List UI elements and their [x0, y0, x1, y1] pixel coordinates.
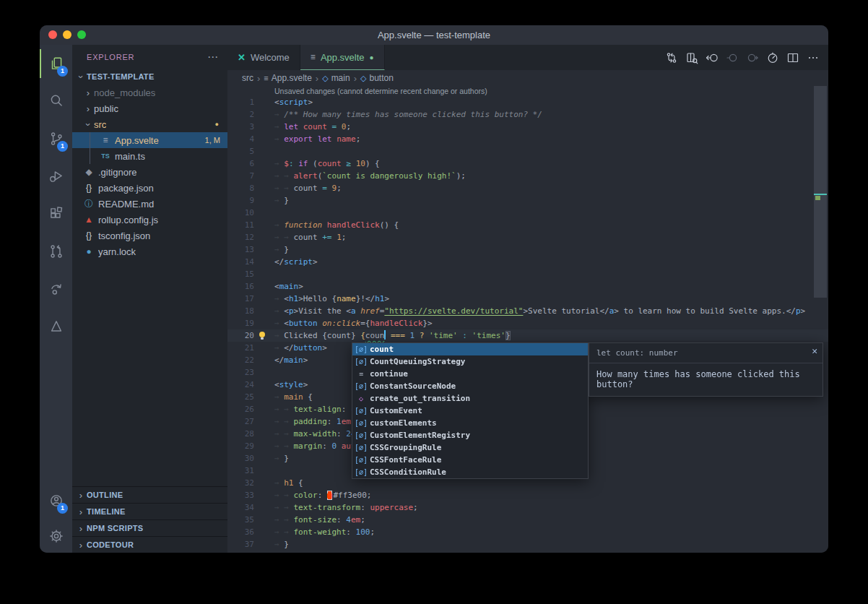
suggestion-create_out_transition[interactable]: ◇create_out_transition [352, 392, 588, 405]
zoom-window-button[interactable] [77, 30, 86, 39]
tree-item--gitignore[interactable]: ◆.gitignore [72, 164, 227, 180]
suggestion-count[interactable]: [∅]count [352, 343, 588, 355]
code-line-10[interactable]: 10 [227, 207, 828, 219]
open-changes-icon[interactable] [682, 48, 701, 67]
code-line-16[interactable]: 16<main> [227, 280, 828, 293]
breadcrumb-src[interactable]: src [242, 73, 253, 83]
azure-icon[interactable] [40, 308, 72, 345]
gutter [254, 317, 274, 329]
tree-item-src[interactable]: ›src● [72, 116, 227, 132]
code-line-33[interactable]: 33→ → color: ■#ff3e00; [227, 489, 828, 501]
suggestion-continue[interactable]: ≡continue [352, 368, 588, 380]
suggestion-countqueuingstrategy[interactable]: [∅]CountQueuingStrategy [352, 355, 588, 368]
code-line-7[interactable]: 7→ → alert(`count is dangerously high!`)… [227, 170, 828, 182]
suggestion-constantsourcenode[interactable]: [∅]ConstantSourceNode [352, 380, 588, 392]
suggestion-customelements[interactable]: [∅]customElements [352, 417, 588, 429]
close-window-button[interactable] [48, 30, 57, 39]
line-content: → → count = 9; [274, 182, 828, 194]
code-line-11[interactable]: 11→ function handleClick() { [227, 219, 828, 231]
code-line-18[interactable]: 18→ <p>Visit the <a href="https://svelte… [227, 305, 828, 317]
project-root-row[interactable]: › TEST-TEMPLATE [72, 69, 227, 85]
navigate-next-icon[interactable] [743, 48, 762, 67]
code-line-19[interactable]: 19→ <button on:click={handleClick}> [227, 317, 828, 329]
code-line-2[interactable]: 2→ /** How many times has someone clicke… [227, 108, 828, 121]
line-number: 26 [227, 403, 254, 415]
tree-item-node-modules[interactable]: ›node_modules [72, 85, 227, 100]
code-line-6[interactable]: 6→ $: if (count ≥ 10) { [227, 158, 828, 170]
code-line-36[interactable]: 36→ → font-weight: 100; [227, 526, 828, 538]
code-line-13[interactable]: 13→ } [227, 243, 828, 256]
code-line-34[interactable]: 34→ → text-transform: uppercase; [227, 501, 828, 514]
line-number: 28 [227, 428, 254, 440]
code-line-14[interactable]: 14</script> [227, 256, 828, 268]
vertical-scrollbar[interactable] [814, 86, 827, 298]
code-line-9[interactable]: 9→ } [227, 194, 828, 207]
minimize-window-button[interactable] [63, 30, 71, 39]
tree-item-yarn-lock[interactable]: ●yarn.lock [72, 243, 227, 259]
code-editor[interactable]: Unsaved changes (cannot determine recent… [227, 86, 828, 553]
navigate-back-icon[interactable] [703, 48, 721, 67]
navigate-previous-icon[interactable] [723, 48, 742, 67]
run-and-debug-icon[interactable] [40, 158, 72, 195]
run-timer-icon[interactable] [763, 48, 782, 67]
accounts-icon[interactable]: 1 [40, 482, 72, 519]
chevron-down-icon[interactable]: › [83, 118, 94, 130]
tree-item-main-ts[interactable]: TSmain.ts [72, 148, 227, 164]
unsaved-dot-icon[interactable]: ● [370, 53, 374, 61]
code-line-15[interactable]: 15 [227, 268, 828, 280]
tree-item-app-svelte[interactable]: ≡App.svelte1, M [72, 132, 227, 148]
line-number: 36 [227, 526, 254, 538]
code-line-20[interactable]: 20→ Clicked {count} {coun === 1 ? 'time'… [227, 329, 828, 342]
suggestion-cssconditionrule[interactable]: [∅]CSSConditionRule [352, 466, 588, 478]
tree-item-tsconfig-json[interactable]: {}tsconfig.json [72, 228, 227, 243]
code-line-3[interactable]: 3→ let count = 0; [227, 121, 828, 133]
line-content: </script> [274, 256, 828, 268]
section-npm-scripts[interactable]: ›NPM SCRIPTS [72, 519, 227, 536]
breadcrumb-button[interactable]: ◇button [360, 73, 394, 83]
breadcrumb-main[interactable]: ◇main [322, 73, 350, 83]
code-line-37[interactable]: 37→ } [227, 538, 828, 551]
chevron-right-icon[interactable]: › [82, 87, 94, 98]
overview-modified-marker [815, 196, 820, 200]
source-control-icon[interactable]: 1 [40, 120, 72, 158]
suggestion-customelementregistry[interactable]: [∅]CustomElementRegistry [352, 429, 588, 441]
code-line-5[interactable]: 5 [227, 145, 828, 158]
breadcrumb-file[interactable]: ≡App.svelte [264, 73, 311, 83]
tree-item-readme-md[interactable]: ⓘREADME.md [72, 196, 227, 212]
tab-app-svelte[interactable]: ≡ App.svelte ● [300, 45, 385, 70]
code-line-4[interactable]: 4→ export let name; [227, 133, 828, 145]
suggestion-cssgroupingrule[interactable]: [∅]CSSGroupingRule [352, 441, 588, 454]
suggestion-customevent[interactable]: [∅]CustomEvent [352, 405, 588, 417]
code-line-12[interactable]: 12→ → count += 1; [227, 231, 828, 243]
search-icon[interactable] [40, 82, 72, 120]
compare-changes-icon[interactable] [662, 48, 681, 67]
github-pull-requests-icon[interactable] [40, 233, 72, 270]
section-timeline[interactable]: ›TIMELINE [72, 503, 227, 519]
section-label: CODETOUR [87, 540, 134, 549]
code-line-1[interactable]: 1<script> [227, 96, 828, 108]
split-editor-icon[interactable] [784, 48, 802, 67]
more-actions-icon[interactable]: ⋯ [207, 51, 219, 64]
chevron-right-icon: › [75, 540, 87, 551]
more-actions-icon[interactable] [804, 48, 823, 67]
section-outline[interactable]: ›OUTLINE [72, 486, 227, 503]
extensions-icon[interactable] [40, 195, 72, 233]
code-line-8[interactable]: 8→ → count = 9; [227, 182, 828, 194]
gutter [254, 158, 274, 170]
lightbulb-icon[interactable] [258, 331, 266, 340]
gutter [254, 121, 274, 133]
code-line-35[interactable]: 35→ → font-size: 4em; [227, 514, 828, 526]
code-line-17[interactable]: 17→ <h1>Hello {name}!</h1> [227, 293, 828, 305]
section-codetour[interactable]: ›CODETOUR [72, 536, 227, 553]
tree-item-public[interactable]: ›public [72, 100, 227, 116]
suggestion-cssfontfacerule[interactable]: [∅]CSSFontFaceRule [352, 454, 588, 466]
settings-gear-icon[interactable] [40, 519, 72, 553]
title-bar: App.svelte — test-template [40, 25, 828, 45]
tab-welcome[interactable]: ✕ Welcome [227, 45, 300, 70]
close-icon[interactable]: ✕ [812, 345, 817, 356]
explorer-icon[interactable]: 1 [40, 45, 72, 82]
chevron-right-icon[interactable]: › [82, 103, 94, 114]
live-share-icon[interactable] [40, 270, 72, 308]
tree-item-rollup-config-js[interactable]: ▲rollup.config.js [72, 212, 227, 228]
tree-item-package-json[interactable]: {}package.json [72, 180, 227, 196]
